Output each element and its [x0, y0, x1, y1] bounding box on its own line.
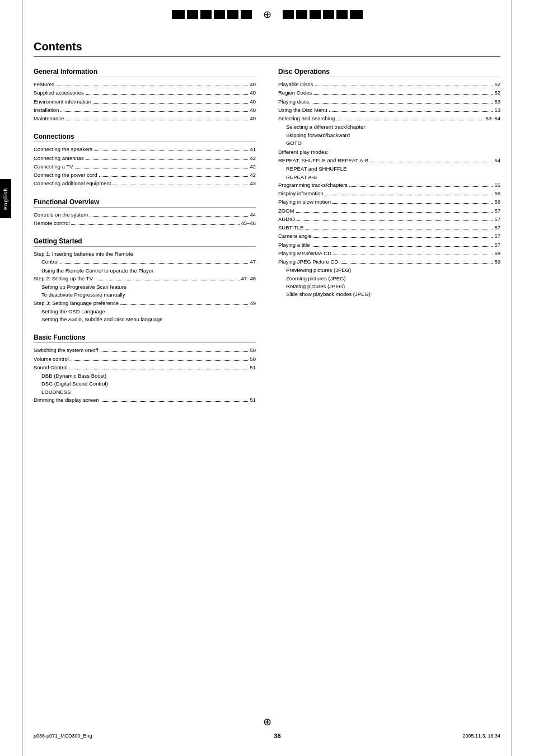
strip-sq [336, 10, 348, 19]
toc-item: Playing a title 57 [278, 241, 500, 249]
toc-item: Switching the system on/off 50 [34, 346, 256, 354]
strip-sq [214, 10, 225, 19]
toc-item: Connecting the power cord 42 [34, 171, 256, 179]
toc-item: Camera angle 57 [278, 232, 500, 240]
section-title-disc-operations: Disc Operations [278, 68, 500, 77]
toc-item: Connecting the speakers 41 [34, 145, 256, 153]
toc-item: Connecting antennas 42 [34, 154, 256, 162]
strip-sq [241, 10, 252, 19]
strip-left [172, 10, 252, 19]
toc-item: Playing in slow motion 56 [278, 198, 500, 206]
toc-item: Connecting additional equipment 43 [34, 180, 256, 187]
strip-sq [283, 10, 294, 19]
toc-text: Different play modes: [278, 147, 500, 157]
toc-text: Selecting a different track/chapter [278, 123, 500, 131]
toc-item: Playing MP3/WMA CD 58 [278, 250, 500, 257]
toc-item: Step 3: Setting language preference 49 [34, 299, 256, 307]
toc-item: ZOOM 57 [278, 207, 500, 215]
toc-item: Using the Disc Menu 53 [278, 106, 500, 114]
toc-item: Installation 40 [34, 106, 256, 114]
toc-item: Sound Control 51 [34, 364, 256, 372]
strip-right [283, 10, 363, 19]
toc-item: Playing JPEG Picture CD 59 [278, 258, 500, 266]
toc-item: AUDIO 57 [278, 215, 500, 223]
toc-item: Supplied accessories 40 [34, 89, 256, 97]
right-border [511, 0, 512, 756]
strip-sq [227, 10, 238, 19]
section-disc-operations: Disc Operations Playable Discs 52 Region… [278, 68, 500, 298]
strip-sq [361, 10, 363, 19]
toc-text: Using the Remote Control to operate the … [34, 267, 256, 275]
toc-text: Rotating pictures (JPEG) [278, 283, 500, 290]
bottom-bar: p038-p071_MCD300_Eng 38 2005.11.3, 16:34 [0, 732, 534, 739]
left-column: General Information Features 40 Supplied… [34, 68, 256, 414]
right-column: Disc Operations Playable Discs 52 Region… [278, 68, 500, 414]
toc-text: Zooming pictures (JPEG) [278, 275, 500, 283]
toc-item: Display information 56 [278, 190, 500, 198]
toc-item: SUBTITLE 57 [278, 224, 500, 232]
toc-text: GOTO [278, 139, 500, 147]
toc-item: Playable Discs 52 [278, 81, 500, 88]
toc-text: Previewing pictures (JPEG) [278, 266, 500, 274]
toc-item: Volume control 50 [34, 355, 256, 363]
toc-text: DBB (Dynamic Bass Boost) [34, 372, 256, 380]
bottom-filename: p038-p071_MCD300_Eng [34, 733, 92, 739]
toc-item: Selecting and searching 53–54 [278, 115, 500, 123]
toc-item: Connecting a TV 42 [34, 163, 256, 171]
section-connections: Connections Connecting the speakers 41 C… [34, 133, 256, 187]
toc-item: Remote control 45–46 [34, 219, 256, 227]
strip-sq [323, 10, 334, 19]
toc-item: Programming tracks/chapters 55 [278, 181, 500, 189]
toc-text: Step 1: Inserting batteries into the Rem… [34, 250, 256, 258]
main-content: Contents General Information Features 40… [0, 29, 534, 436]
section-title-functional-overview: Functional Overview [34, 198, 256, 208]
top-decorative-strip: ⊕ [0, 0, 534, 29]
toc-item: Dimming the display screen 51 [34, 396, 256, 404]
toc-text: REPEAT A-B [278, 173, 500, 181]
strip-sq [174, 10, 185, 19]
left-border [22, 0, 23, 756]
toc-text: To deactivate Progressive manually [34, 291, 256, 299]
toc-text: Slide show playback modes (JPEG) [278, 290, 500, 298]
toc-item: Step 2: Setting up the TV 47–48 [34, 275, 256, 283]
strip-sq [350, 10, 361, 19]
bottom-reg-mark: ⊕ [263, 716, 271, 728]
section-basic-functions: Basic Functions Switching the system on/… [34, 334, 256, 404]
page-title: Contents [34, 40, 500, 57]
section-title-getting-started: Getting Started [34, 237, 256, 247]
toc-item: Environment information 40 [34, 98, 256, 106]
toc-item: Region Codes 52 [278, 89, 500, 97]
toc-text: LOUDNESS [34, 388, 256, 396]
strip-sq [296, 10, 307, 19]
section-general-information: General Information Features 40 Supplied… [34, 68, 256, 123]
toc-text: DSC (Digital Sound Control) [34, 380, 256, 388]
toc-item: Playing discs 53 [278, 98, 500, 106]
two-column-layout: General Information Features 40 Supplied… [34, 68, 500, 414]
strip-sq [187, 10, 198, 19]
toc-text: Skipping forward/backward [278, 132, 500, 139]
section-title-connections: Connections [34, 133, 256, 142]
section-functional-overview: Functional Overview Controls on the syst… [34, 198, 256, 228]
toc-item: Features 40 [34, 81, 256, 88]
page-number: 38 [274, 732, 280, 739]
bottom-timestamp: 2005.11.3, 16:34 [462, 733, 500, 739]
section-title-general-information: General Information [34, 68, 256, 77]
toc-text: Setting up Progressive Scan feature [34, 283, 256, 291]
toc-item: Maintenance 40 [34, 115, 256, 123]
toc-text: Setting the OSD Language [34, 308, 256, 316]
strip-sq [310, 10, 321, 19]
side-tab: English [0, 179, 11, 218]
section-title-basic-functions: Basic Functions [34, 334, 256, 343]
page-wrapper: ⊕ English Contents General Inf [0, 0, 534, 756]
registration-mark-left: ⊕ [263, 8, 271, 21]
toc-text: Setting the Audio, Subtitle and Disc Men… [34, 316, 256, 323]
section-getting-started: Getting Started Step 1: Inserting batter… [34, 237, 256, 323]
strip-sq [200, 10, 212, 19]
toc-item: REPEAT, SHUFFLE and REPEAT A-B 54 [278, 157, 500, 165]
toc-item: Control 47 [34, 258, 256, 266]
toc-item: Controls on the system 44 [34, 211, 256, 219]
toc-text: REPEAT and SHHUFFLE [278, 165, 500, 173]
